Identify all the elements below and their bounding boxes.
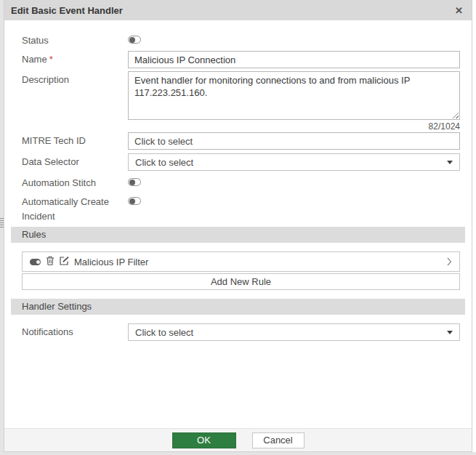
notifications-dropdown[interactable]: Click to select <box>128 323 460 341</box>
auto-create-incident-toggle[interactable] <box>128 197 141 205</box>
notifications-label: Notifications <box>22 323 128 341</box>
rule-enable-toggle-icon[interactable] <box>30 259 41 265</box>
rule-edit-button[interactable] <box>60 257 69 267</box>
rule-icons <box>30 256 69 267</box>
mitre-tech-id-row: MITRE Tech ID <box>22 132 460 150</box>
name-row: Name* <box>22 51 460 68</box>
status-row: Status <box>22 32 460 48</box>
description-char-counter: 82/1024 <box>128 121 460 132</box>
notifications-placeholder: Click to select <box>135 327 447 338</box>
rules-section-header: Rules <box>11 227 465 243</box>
close-icon[interactable]: ✕ <box>455 5 463 16</box>
automation-stitch-row: Automation Stitch <box>22 174 460 190</box>
automation-stitch-label: Automation Stitch <box>22 174 128 190</box>
automation-stitch-toggle[interactable] <box>128 178 141 186</box>
caret-down-icon <box>447 331 453 334</box>
mitre-tech-id-label: MITRE Tech ID <box>22 132 128 150</box>
status-label: Status <box>22 32 128 48</box>
notifications-row: Notifications Click to select <box>22 323 460 341</box>
caret-down-icon <box>447 161 453 164</box>
name-label: Name* <box>22 51 128 68</box>
required-asterisk: * <box>49 54 53 65</box>
trash-icon <box>46 256 55 267</box>
rule-name: Malicious IP Filter <box>74 257 148 267</box>
dialog-body: Status Name* Description Event handler f… <box>4 20 472 341</box>
dialog-titlebar: Edit Basic Event Handler ✕ <box>4 0 472 20</box>
data-selector-placeholder: Click to select <box>135 157 447 168</box>
name-label-text: Name <box>22 54 47 65</box>
rule-row[interactable]: Malicious IP Filter <box>22 251 460 272</box>
rule-delete-button[interactable] <box>46 256 55 267</box>
edit-pencil-icon <box>60 257 69 267</box>
data-selector-row: Data Selector Click to select <box>22 153 460 171</box>
add-new-rule-button[interactable]: Add New Rule <box>22 273 460 290</box>
description-row: Description Event handler for monitoring… <box>22 71 460 132</box>
auto-create-incident-row: Automatically Create Incident <box>22 193 460 224</box>
page-bottom-strip <box>0 452 476 455</box>
dialog-title: Edit Basic Event Handler <box>11 5 123 16</box>
ok-button[interactable]: OK <box>172 432 236 448</box>
chevron-right-icon <box>447 257 452 266</box>
splitter-grip-handle[interactable] <box>0 218 4 227</box>
cancel-button[interactable]: Cancel <box>252 432 304 448</box>
handler-settings-section-header: Handler Settings <box>11 299 465 315</box>
dialog-footer: OK Cancel <box>4 428 472 451</box>
description-textarea[interactable]: Event handler for monitoring connections… <box>128 71 460 120</box>
data-selector-label: Data Selector <box>22 153 128 171</box>
edit-basic-event-handler-dialog: Edit Basic Event Handler ✕ Status Name* … <box>4 0 472 452</box>
data-selector-dropdown[interactable]: Click to select <box>128 153 460 171</box>
name-input[interactable] <box>128 51 460 68</box>
mitre-tech-id-input[interactable] <box>128 132 460 150</box>
description-label: Description <box>22 71 128 132</box>
auto-create-incident-label: Automatically Create Incident <box>22 193 128 224</box>
status-toggle[interactable] <box>128 36 141 44</box>
